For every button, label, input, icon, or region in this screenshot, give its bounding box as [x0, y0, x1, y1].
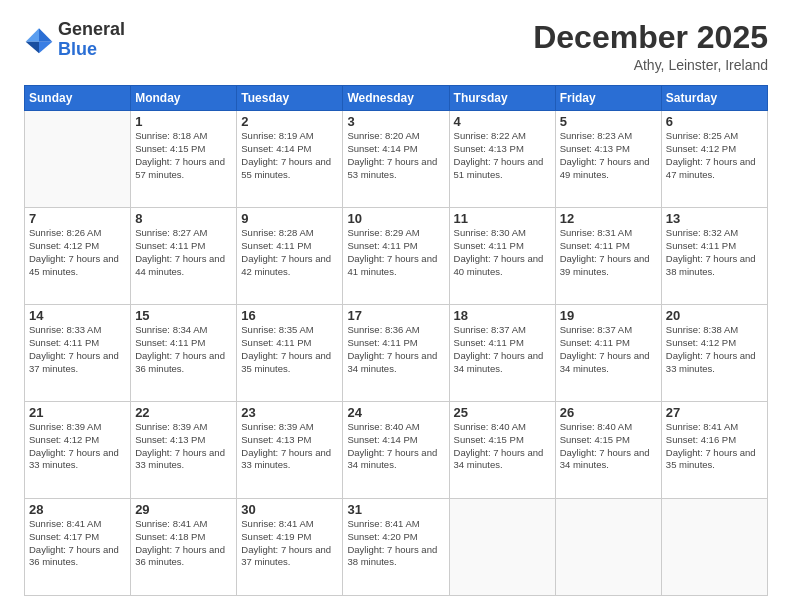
calendar-cell: 19Sunrise: 8:37 AMSunset: 4:11 PMDayligh… — [555, 305, 661, 402]
header: General Blue December 2025 Athy, Leinste… — [24, 20, 768, 73]
day-detail: Sunrise: 8:22 AMSunset: 4:13 PMDaylight:… — [454, 130, 551, 181]
week-row-5: 28Sunrise: 8:41 AMSunset: 4:17 PMDayligh… — [25, 499, 768, 596]
day-number: 18 — [454, 308, 551, 323]
day-detail: Sunrise: 8:40 AMSunset: 4:15 PMDaylight:… — [560, 421, 657, 472]
location: Athy, Leinster, Ireland — [533, 57, 768, 73]
day-detail: Sunrise: 8:41 AMSunset: 4:18 PMDaylight:… — [135, 518, 232, 569]
day-detail: Sunrise: 8:19 AMSunset: 4:14 PMDaylight:… — [241, 130, 338, 181]
day-header-sunday: Sunday — [25, 86, 131, 111]
week-row-4: 21Sunrise: 8:39 AMSunset: 4:12 PMDayligh… — [25, 402, 768, 499]
day-number: 11 — [454, 211, 551, 226]
day-number: 26 — [560, 405, 657, 420]
calendar-cell: 27Sunrise: 8:41 AMSunset: 4:16 PMDayligh… — [661, 402, 767, 499]
day-number: 22 — [135, 405, 232, 420]
svg-marker-3 — [39, 41, 52, 53]
week-row-2: 7Sunrise: 8:26 AMSunset: 4:12 PMDaylight… — [25, 208, 768, 305]
day-header-tuesday: Tuesday — [237, 86, 343, 111]
day-detail: Sunrise: 8:23 AMSunset: 4:13 PMDaylight:… — [560, 130, 657, 181]
calendar-cell: 28Sunrise: 8:41 AMSunset: 4:17 PMDayligh… — [25, 499, 131, 596]
day-detail: Sunrise: 8:28 AMSunset: 4:11 PMDaylight:… — [241, 227, 338, 278]
logo: General Blue — [24, 20, 125, 60]
calendar-cell: 6Sunrise: 8:25 AMSunset: 4:12 PMDaylight… — [661, 111, 767, 208]
day-number: 15 — [135, 308, 232, 323]
day-detail: Sunrise: 8:40 AMSunset: 4:15 PMDaylight:… — [454, 421, 551, 472]
day-detail: Sunrise: 8:27 AMSunset: 4:11 PMDaylight:… — [135, 227, 232, 278]
logo-text: General Blue — [58, 20, 125, 60]
calendar-cell — [449, 499, 555, 596]
day-number: 14 — [29, 308, 126, 323]
day-number: 13 — [666, 211, 763, 226]
calendar-cell: 17Sunrise: 8:36 AMSunset: 4:11 PMDayligh… — [343, 305, 449, 402]
calendar-cell: 12Sunrise: 8:31 AMSunset: 4:11 PMDayligh… — [555, 208, 661, 305]
calendar-cell: 1Sunrise: 8:18 AMSunset: 4:15 PMDaylight… — [131, 111, 237, 208]
day-number: 17 — [347, 308, 444, 323]
day-detail: Sunrise: 8:38 AMSunset: 4:12 PMDaylight:… — [666, 324, 763, 375]
day-number: 19 — [560, 308, 657, 323]
calendar-cell: 8Sunrise: 8:27 AMSunset: 4:11 PMDaylight… — [131, 208, 237, 305]
day-number: 30 — [241, 502, 338, 517]
day-number: 10 — [347, 211, 444, 226]
day-detail: Sunrise: 8:20 AMSunset: 4:14 PMDaylight:… — [347, 130, 444, 181]
day-detail: Sunrise: 8:32 AMSunset: 4:11 PMDaylight:… — [666, 227, 763, 278]
day-detail: Sunrise: 8:35 AMSunset: 4:11 PMDaylight:… — [241, 324, 338, 375]
calendar-cell: 29Sunrise: 8:41 AMSunset: 4:18 PMDayligh… — [131, 499, 237, 596]
day-number: 21 — [29, 405, 126, 420]
day-header-thursday: Thursday — [449, 86, 555, 111]
calendar-cell: 7Sunrise: 8:26 AMSunset: 4:12 PMDaylight… — [25, 208, 131, 305]
day-number: 3 — [347, 114, 444, 129]
calendar-cell: 13Sunrise: 8:32 AMSunset: 4:11 PMDayligh… — [661, 208, 767, 305]
calendar-cell: 25Sunrise: 8:40 AMSunset: 4:15 PMDayligh… — [449, 402, 555, 499]
logo-blue: Blue — [58, 40, 125, 60]
day-number: 12 — [560, 211, 657, 226]
page: General Blue December 2025 Athy, Leinste… — [0, 0, 792, 612]
day-detail: Sunrise: 8:37 AMSunset: 4:11 PMDaylight:… — [454, 324, 551, 375]
day-detail: Sunrise: 8:18 AMSunset: 4:15 PMDaylight:… — [135, 130, 232, 181]
day-number: 29 — [135, 502, 232, 517]
day-detail: Sunrise: 8:41 AMSunset: 4:20 PMDaylight:… — [347, 518, 444, 569]
day-number: 31 — [347, 502, 444, 517]
week-row-3: 14Sunrise: 8:33 AMSunset: 4:11 PMDayligh… — [25, 305, 768, 402]
day-number: 16 — [241, 308, 338, 323]
title-block: December 2025 Athy, Leinster, Ireland — [533, 20, 768, 73]
day-detail: Sunrise: 8:31 AMSunset: 4:11 PMDaylight:… — [560, 227, 657, 278]
calendar-cell: 9Sunrise: 8:28 AMSunset: 4:11 PMDaylight… — [237, 208, 343, 305]
logo-icon — [24, 25, 54, 55]
calendar-cell: 18Sunrise: 8:37 AMSunset: 4:11 PMDayligh… — [449, 305, 555, 402]
day-detail: Sunrise: 8:37 AMSunset: 4:11 PMDaylight:… — [560, 324, 657, 375]
day-number: 27 — [666, 405, 763, 420]
calendar-cell: 30Sunrise: 8:41 AMSunset: 4:19 PMDayligh… — [237, 499, 343, 596]
day-detail: Sunrise: 8:39 AMSunset: 4:12 PMDaylight:… — [29, 421, 126, 472]
calendar-cell: 16Sunrise: 8:35 AMSunset: 4:11 PMDayligh… — [237, 305, 343, 402]
logo-general: General — [58, 20, 125, 40]
calendar-cell — [661, 499, 767, 596]
calendar-cell: 14Sunrise: 8:33 AMSunset: 4:11 PMDayligh… — [25, 305, 131, 402]
day-number: 6 — [666, 114, 763, 129]
week-row-1: 1Sunrise: 8:18 AMSunset: 4:15 PMDaylight… — [25, 111, 768, 208]
day-detail: Sunrise: 8:36 AMSunset: 4:11 PMDaylight:… — [347, 324, 444, 375]
calendar-cell: 26Sunrise: 8:40 AMSunset: 4:15 PMDayligh… — [555, 402, 661, 499]
day-number: 28 — [29, 502, 126, 517]
month-title: December 2025 — [533, 20, 768, 55]
calendar-cell: 5Sunrise: 8:23 AMSunset: 4:13 PMDaylight… — [555, 111, 661, 208]
day-number: 23 — [241, 405, 338, 420]
day-number: 4 — [454, 114, 551, 129]
calendar-cell: 2Sunrise: 8:19 AMSunset: 4:14 PMDaylight… — [237, 111, 343, 208]
calendar-cell: 22Sunrise: 8:39 AMSunset: 4:13 PMDayligh… — [131, 402, 237, 499]
calendar-cell: 11Sunrise: 8:30 AMSunset: 4:11 PMDayligh… — [449, 208, 555, 305]
day-number: 25 — [454, 405, 551, 420]
svg-marker-0 — [39, 28, 52, 41]
calendar-cell — [25, 111, 131, 208]
calendar-cell: 15Sunrise: 8:34 AMSunset: 4:11 PMDayligh… — [131, 305, 237, 402]
calendar-cell: 23Sunrise: 8:39 AMSunset: 4:13 PMDayligh… — [237, 402, 343, 499]
svg-marker-1 — [26, 28, 39, 41]
calendar-cell: 21Sunrise: 8:39 AMSunset: 4:12 PMDayligh… — [25, 402, 131, 499]
day-detail: Sunrise: 8:39 AMSunset: 4:13 PMDaylight:… — [135, 421, 232, 472]
day-detail: Sunrise: 8:30 AMSunset: 4:11 PMDaylight:… — [454, 227, 551, 278]
calendar-cell: 20Sunrise: 8:38 AMSunset: 4:12 PMDayligh… — [661, 305, 767, 402]
calendar-table: SundayMondayTuesdayWednesdayThursdayFrid… — [24, 85, 768, 596]
day-header-wednesday: Wednesday — [343, 86, 449, 111]
day-detail: Sunrise: 8:41 AMSunset: 4:17 PMDaylight:… — [29, 518, 126, 569]
day-detail: Sunrise: 8:34 AMSunset: 4:11 PMDaylight:… — [135, 324, 232, 375]
day-detail: Sunrise: 8:41 AMSunset: 4:19 PMDaylight:… — [241, 518, 338, 569]
day-number: 7 — [29, 211, 126, 226]
